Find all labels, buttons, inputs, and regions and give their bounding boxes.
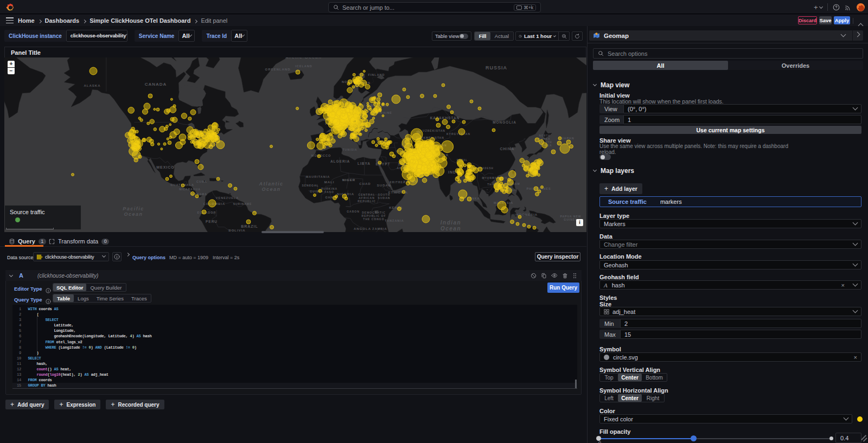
svg-text:Pacific: Pacific (123, 206, 144, 211)
svg-text:FASO: FASO (324, 190, 334, 194)
svg-text:MAURITANIA: MAURITANIA (306, 175, 330, 178)
svg-text:CANADA: CANADA (145, 82, 167, 87)
svg-text:ANGOLA: ANGOLA (354, 227, 371, 230)
svg-text:THE CONGO: THE CONGO (363, 217, 384, 221)
svg-text:MEXICO: MEXICO (156, 165, 175, 169)
svg-text:PERU: PERU (206, 220, 218, 223)
svg-text:CUBA: CUBA (196, 180, 207, 183)
svg-text:ALASKA: ALASKA (84, 84, 101, 87)
svg-text:ALGERIA: ALGERIA (330, 159, 350, 163)
svg-text:JAPAN: JAPAN (561, 137, 574, 140)
svg-text:GREENLAND: GREENLAND (265, 68, 290, 71)
svg-text:ECUADOR: ECUADOR (197, 211, 216, 214)
svg-text:GABON: GABON (347, 210, 360, 213)
svg-text:GUINEA: GUINEA (564, 218, 577, 221)
svg-text:Ocean: Ocean (441, 226, 461, 232)
svg-text:TANZANIA: TANZANIA (385, 219, 404, 222)
svg-text:REPUBLIC: REPUBLIC (358, 200, 376, 203)
svg-text:Ocean: Ocean (261, 187, 280, 192)
svg-text:SUDAN: SUDAN (378, 196, 391, 200)
svg-text:MOROCCO: MOROCCO (311, 154, 331, 157)
svg-text:TUNISIA: TUNISIA (343, 148, 358, 151)
svg-text:Arctic Ocean: Arctic Ocean (285, 57, 322, 60)
svg-text:CHAD: CHAD (359, 182, 371, 185)
svg-text:ICELAND: ICELAND (295, 65, 312, 68)
svg-text:LIBYA: LIBYA (358, 162, 371, 165)
svg-text:UZBEKISTAN: UZBEKISTAN (423, 129, 445, 132)
svg-text:Ocean: Ocean (124, 211, 143, 217)
svg-text:Atlantic: Atlantic (258, 181, 283, 187)
svg-text:FINLAND: FINLAND (368, 73, 385, 76)
svg-text:MALI: MALI (324, 181, 335, 184)
svg-text:NORTH: NORTH (539, 134, 551, 137)
svg-text:MONGOLIA: MONGOLIA (493, 120, 516, 124)
svg-text:SUDAN: SUDAN (377, 184, 391, 187)
svg-text:ZAMBIA: ZAMBIA (372, 227, 387, 230)
svg-text:BOLIVIA: BOLIVIA (228, 229, 245, 232)
svg-text:BRAZIL: BRAZIL (241, 224, 258, 228)
svg-text:NICARAGUA: NICARAGUA (179, 188, 201, 191)
svg-text:Indian: Indian (441, 220, 461, 226)
svg-text:CHINA: CHINA (500, 147, 514, 151)
svg-text:NIGER: NIGER (342, 178, 355, 182)
svg-text:SURINAME: SURINAME (233, 202, 252, 206)
svg-text:VENEZUELA: VENEZUELA (216, 196, 239, 200)
svg-text:SENEGAL: SENEGAL (302, 184, 318, 187)
svg-text:RUSSIA: RUSSIA (486, 65, 507, 70)
